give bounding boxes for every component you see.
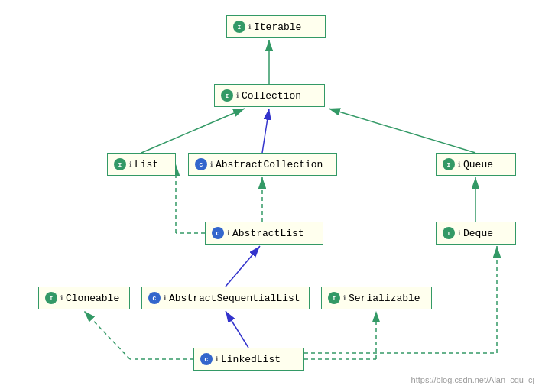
node-label-abstractcollection: AbstractCollection <box>216 159 323 170</box>
node-icon-linkedlist: C <box>200 353 213 365</box>
node-list: I ℹ List <box>107 153 176 176</box>
watermark: https://blog.csdn.net/Alan_cqu_cj <box>411 375 534 384</box>
node-label-collection: Collection <box>242 90 301 102</box>
node-iterable: I ℹ Iterable <box>226 15 326 38</box>
node-icon-list: I <box>114 158 126 170</box>
node-icon-abstractlist: C <box>212 227 224 239</box>
svg-line-12 <box>226 311 248 348</box>
node-icon-cloneable: I <box>45 292 57 304</box>
node-cloneable: I ℹ Cloneable <box>38 287 130 309</box>
node-label-abstractsequentiallist: AbstractSequentialList <box>169 293 300 304</box>
node-icon-deque: I <box>443 227 455 239</box>
svg-line-14 <box>84 311 130 359</box>
node-queue: I ℹ Queue <box>436 153 516 176</box>
node-abstractsequentiallist: C ℹ AbstractSequentialList <box>141 287 310 309</box>
node-icon-collection: I <box>221 89 233 102</box>
svg-line-11 <box>226 246 260 287</box>
node-label-cloneable: Cloneable <box>66 293 119 304</box>
diagram-container: I ℹ Iterable I ℹ Collection I ℹ List C ℹ… <box>0 0 542 392</box>
node-deque: I ℹ Deque <box>436 222 516 245</box>
node-linkedlist: C ℹ LinkedList <box>193 348 304 371</box>
node-label-iterable: Iterable <box>254 21 301 33</box>
node-abstractlist: C ℹ AbstractList <box>205 222 323 245</box>
svg-line-5 <box>262 109 269 153</box>
node-label-queue: Queue <box>463 159 493 170</box>
node-label-abstractlist: AbstractList <box>232 228 304 239</box>
node-icon-queue: I <box>443 158 455 170</box>
node-collection: I ℹ Collection <box>214 84 325 107</box>
node-icon-iterable: I <box>233 21 245 33</box>
arrows-svg <box>0 0 542 392</box>
node-label-linkedlist: LinkedList <box>221 354 281 365</box>
svg-line-4 <box>141 109 245 153</box>
node-label-list: List <box>135 159 158 170</box>
node-icon-abstractcollection: C <box>195 158 207 170</box>
node-label-serializable: Serializable <box>349 293 420 304</box>
node-icon-serializable: I <box>328 292 340 304</box>
svg-line-6 <box>329 109 475 153</box>
node-serializable: I ℹ Serializable <box>321 287 432 309</box>
node-icon-abstractsequentiallist: C <box>148 292 161 304</box>
node-abstractcollection: C ℹ AbstractCollection <box>188 153 337 176</box>
node-label-deque: Deque <box>463 228 493 239</box>
